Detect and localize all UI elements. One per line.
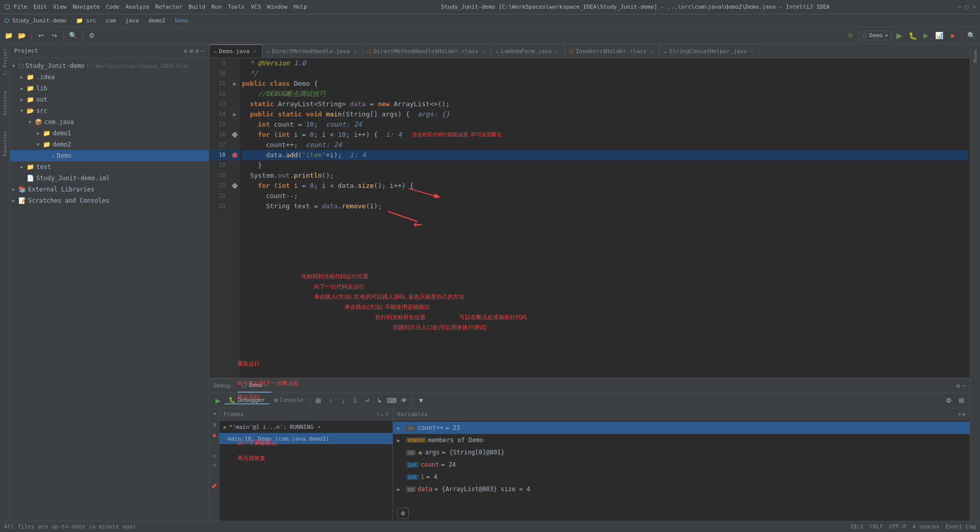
tree-expand-demo2[interactable]: ▼ — [37, 142, 43, 147]
tree-item-out[interactable]: ▶ 📁 out — [10, 94, 209, 105]
var-expand-count[interactable]: ▶ — [397, 425, 404, 431]
minimize-button[interactable]: ─ — [958, 4, 961, 10]
coverage-button[interactable]: ▶ — [920, 30, 932, 41]
tab-demo-java[interactable]: ☕ Demo.java ✕ — [209, 44, 262, 58]
debug-more-button[interactable]: ▼ — [415, 395, 427, 406]
frames-up-icon[interactable]: ↑ — [376, 411, 380, 418]
tree-item-demo[interactable]: ▶ ☕ Demo — [10, 150, 209, 161]
tree-expand-demo1[interactable]: ▶ — [37, 131, 43, 136]
tree-item-extlibs[interactable]: ▶ 📚 External Libraries — [10, 184, 209, 195]
breadcrumb-com[interactable]: com — [106, 17, 116, 24]
tab-lambdaform[interactable]: ☕ LambdaForm.java ✕ — [491, 44, 564, 58]
tree-item-demo1[interactable]: ▶ 📁 demo1 — [10, 128, 209, 139]
menu-window[interactable]: Window — [267, 4, 287, 10]
breadcrumb-demo2[interactable]: demo2 — [149, 17, 165, 24]
tree-expand-idea[interactable]: ▶ — [20, 75, 27, 80]
debug-session-close[interactable]: ✕ — [264, 382, 267, 388]
debug-side-history[interactable]: ↺ — [211, 461, 218, 469]
maximize-button[interactable]: □ — [965, 4, 969, 10]
run-button[interactable]: ▶ — [894, 30, 905, 41]
tab-close-demo[interactable]: ✕ — [252, 49, 258, 55]
favorites-tab[interactable]: Favorites — [2, 129, 9, 158]
var-item-static[interactable]: ▶ static members of Demo — [393, 434, 970, 446]
menu-code[interactable]: Code — [106, 4, 119, 10]
tab-close-lambdaform[interactable]: ✕ — [554, 49, 560, 55]
debug-panel-layout-button[interactable]: ⊞ — [955, 395, 967, 406]
open-button[interactable]: 📂 — [16, 30, 28, 41]
var-item-count-expr[interactable]: ▶ oo count++ = 23 — [393, 422, 970, 434]
breakpoint-18[interactable] — [232, 153, 237, 158]
frames-filter-icon[interactable]: ▽ — [385, 411, 388, 418]
menu-view[interactable]: View — [53, 4, 67, 10]
tab-close-invokersholder[interactable]: ✕ — [649, 49, 655, 55]
breadcrumb-src[interactable]: 📁 — [76, 17, 83, 24]
status-indent[interactable]: 4 spaces — [912, 523, 939, 530]
tree-item-iml[interactable]: ▶ 📄 Study_Junit-demo.iml — [10, 173, 209, 184]
tree-expand-test[interactable]: ▶ — [20, 164, 27, 170]
var-item-i[interactable]: ▶ int i = 4 — [393, 471, 970, 483]
menu-file[interactable]: File — [14, 4, 28, 10]
tree-expand-extlibs[interactable]: ▶ — [12, 187, 18, 192]
menu-refactor[interactable]: Refactor — [155, 4, 182, 10]
menu-edit[interactable]: Edit — [34, 4, 47, 10]
tree-item-src[interactable]: ▼ 📂 src — [10, 105, 209, 116]
gutter-18[interactable] — [230, 150, 240, 160]
menu-vcs[interactable]: VCS — [251, 4, 261, 10]
redo-button[interactable]: ↪ — [48, 30, 60, 41]
close-button[interactable]: ✕ — [972, 4, 976, 10]
search-everywhere-button[interactable]: 🔍 — [966, 30, 977, 41]
debug-side-run[interactable]: ▶ — [211, 408, 218, 420]
breadcrumb-src-label[interactable]: src — [86, 17, 96, 24]
status-crlf[interactable]: CRLF — [870, 523, 884, 530]
menu-tools[interactable]: Tools — [228, 4, 244, 10]
debug-button[interactable]: 🐛 — [907, 30, 918, 41]
tree-expand-comjava[interactable]: ▼ — [29, 119, 35, 125]
gutter-11[interactable]: ▶ — [230, 79, 240, 89]
tree-expand-out[interactable]: ▶ — [20, 97, 27, 102]
debug-run-cursor-button[interactable]: ↳ — [374, 395, 385, 406]
status-encoding[interactable]: UTF-8 — [889, 523, 906, 530]
project-tab[interactable]: 1: Project — [2, 46, 9, 78]
tree-item-idea[interactable]: ▶ 📁 .idea — [10, 71, 209, 83]
tree-item-comjava[interactable]: ▼ 📦 com.java — [10, 116, 209, 128]
tree-item-root[interactable]: ▼ ⬡ Study_Junit-demo C:\WorkSpaces\works… — [10, 60, 209, 71]
debug-session-tab[interactable]: ⬡ Demo ✕ — [238, 379, 272, 393]
update-button[interactable]: ⟳ — [845, 30, 856, 41]
debugger-tab[interactable]: 🐛 Debugger — [225, 397, 269, 404]
var-item-args[interactable]: ▶ oo ● args = {String[0]@801} — [393, 446, 970, 458]
debug-add-watch-button[interactable]: 👁 — [399, 395, 410, 406]
tree-item-test[interactable]: ▶ 📁 test — [10, 161, 209, 173]
frame-item-main18[interactable]: main:18, Demo (com.java.demo2) — [219, 433, 393, 444]
var-add-icon[interactable]: + — [958, 411, 962, 418]
tree-item-demo2[interactable]: ▼ 📁 demo2 — [10, 139, 209, 150]
gutter[interactable]: ▶ ▶ — [230, 58, 240, 378]
tree-item-lib[interactable]: ▶ 📁 lib — [10, 83, 209, 94]
console-tab[interactable]: ▤ Console — [270, 397, 307, 404]
var-expand-static[interactable]: ▶ — [397, 438, 404, 443]
menu-navigate[interactable]: Navigate — [73, 4, 100, 10]
debug-side-pin[interactable]: 📌 — [211, 480, 218, 492]
new-project-button[interactable]: 📁 — [3, 30, 14, 41]
debug-layout-button[interactable]: ⊞ — [313, 395, 324, 406]
debug-side-pause[interactable]: ⏸ — [211, 420, 218, 430]
debug-minimize-icon[interactable]: ─ — [962, 382, 966, 390]
breadcrumb-file[interactable]: Demo — [175, 17, 188, 24]
tab-close-directholder[interactable]: ✕ — [480, 49, 486, 55]
var-extra-icon[interactable]: ⊕ — [962, 411, 966, 418]
stop-button[interactable]: ■ — [947, 30, 958, 41]
tree-expand-lib[interactable]: ▶ — [20, 86, 27, 91]
tab-stringconcat[interactable]: ☕ StringConcatHelper.java ✕ — [659, 44, 760, 58]
eval-expression-button[interactable]: ⊕ — [397, 507, 409, 519]
status-position[interactable]: 18:1 — [850, 523, 864, 530]
thread-dropdown[interactable]: ▾ — [317, 424, 321, 430]
var-item-data[interactable]: ▶ oo data = {ArrayList@803} size = 4 — [393, 483, 970, 495]
debug-evaluate-button[interactable]: ⌨ — [386, 395, 398, 406]
debug-side-stop[interactable]: ■ — [211, 430, 218, 442]
var-expand-data[interactable]: ▶ — [397, 487, 404, 492]
sidebar-layout-icon[interactable]: ⊞ — [189, 47, 193, 55]
run-config-dropdown[interactable]: ▾ — [885, 32, 888, 39]
debug-side-mute[interactable]: ⊘ — [211, 452, 218, 461]
menu-run[interactable]: Run — [211, 4, 222, 10]
debug-step-into-button[interactable]: ⤶ — [362, 395, 373, 406]
tree-expand-scratches[interactable]: ▶ — [12, 198, 18, 203]
